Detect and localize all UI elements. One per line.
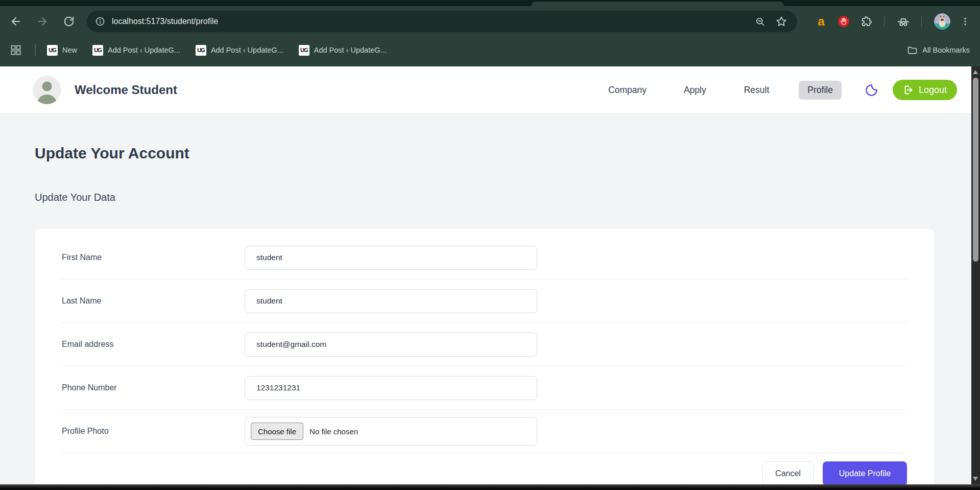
phone-number-input[interactable] — [245, 376, 537, 400]
nav-profile[interactable]: Profile — [799, 81, 842, 100]
page-scrollbar[interactable] — [971, 66, 980, 484]
person-silhouette-icon — [33, 76, 61, 104]
reload-icon — [63, 16, 75, 27]
amazon-icon: a — [818, 15, 824, 28]
page-viewport: Welcome Student CompanyApplyResultProfil… — [0, 66, 980, 490]
url-text[interactable]: localhost:5173/student/profile — [112, 17, 752, 26]
nav-company[interactable]: Company — [608, 85, 647, 96]
bookmark-item[interactable]: UG Add Post ‹ UpdateG... — [196, 45, 283, 56]
user-avatar — [33, 76, 61, 104]
browser-menu-button[interactable] — [958, 14, 973, 29]
email-address-row: Email address — [62, 323, 907, 366]
reload-button[interactable] — [61, 14, 77, 29]
theme-toggle-button[interactable] — [864, 82, 879, 98]
bookmark-favicon: UG — [92, 45, 103, 56]
all-bookmarks-button[interactable]: All Bookmarks — [907, 37, 970, 63]
bookmark-star-button[interactable] — [774, 14, 789, 29]
browser-toolbar: localhost:5173/student/profile a — [0, 6, 980, 37]
bookmark-label: Add Post ‹ UpdateG... — [211, 46, 283, 54]
extensions-area: a — [806, 13, 973, 30]
first-name-label: First Name — [62, 253, 245, 262]
last-name-label: Last Name — [62, 296, 245, 306]
all-bookmarks-label: All Bookmarks — [922, 46, 970, 54]
browser-tabstrip — [0, 0, 980, 6]
phone-number-label: Phone Number — [62, 383, 245, 392]
main-nav: CompanyApplyResultProfile Logout — [608, 80, 957, 100]
moon-icon — [865, 83, 878, 97]
profile-photo-file-input[interactable]: Choose fileNo file chosen — [245, 417, 537, 446]
bookmark-item[interactable]: UG New — [47, 45, 77, 56]
phone-number-row: Phone Number — [62, 366, 907, 410]
back-icon — [10, 15, 22, 28]
bookmark-item[interactable]: UG Add Post ‹ UpdateG... — [299, 45, 387, 56]
star-icon — [776, 16, 787, 27]
page-title: Update Your Account — [35, 145, 980, 162]
address-bar[interactable]: localhost:5173/student/profile — [87, 11, 797, 32]
bookmarks-separator — [35, 44, 36, 56]
logout-button[interactable]: Logout — [893, 80, 957, 100]
first-name-input[interactable] — [245, 246, 537, 270]
amazon-extension-button[interactable]: a — [814, 14, 829, 29]
back-button[interactable] — [8, 14, 23, 29]
cat-avatar-icon — [934, 13, 950, 30]
welcome-title: Welcome Student — [75, 83, 177, 97]
bookmark-label: Add Post ‹ UpdateG... — [314, 46, 387, 54]
folder-icon — [907, 45, 918, 56]
site-info-icon[interactable] — [95, 16, 105, 27]
window-bottom-edge — [0, 484, 980, 490]
bookmark-favicon: UG — [299, 45, 309, 56]
extensions-button[interactable] — [858, 14, 874, 29]
update-profile-button[interactable]: Update Profile — [823, 461, 907, 486]
bookmarks-bar: UG New UG Add Post ‹ UpdateG... UG Add P… — [0, 37, 980, 66]
site-header: Welcome Student CompanyApplyResultProfil… — [0, 66, 980, 114]
toolbar-separator-2 — [921, 16, 922, 27]
bookmarks-list: UG New UG Add Post ‹ UpdateG... UG Add P… — [47, 45, 402, 56]
forward-button[interactable] — [35, 14, 50, 29]
choose-file-button[interactable]: Choose file — [251, 423, 303, 440]
active-tab-edge[interactable] — [531, 2, 784, 6]
nav-result[interactable]: Result — [744, 85, 770, 96]
incognito-button[interactable] — [896, 14, 911, 29]
bookmark-label: New — [62, 46, 77, 54]
logout-label: Logout — [919, 85, 947, 96]
bookmark-favicon: UG — [47, 45, 58, 56]
kebab-menu-icon — [960, 16, 970, 27]
profile-form-card: First NameLast NameEmail addressPhone Nu… — [35, 229, 934, 490]
adblock-extension-button[interactable] — [836, 14, 851, 29]
bookmark-favicon: UG — [196, 45, 206, 56]
profile-photo-row: Profile PhotoChoose fileNo file chosen — [62, 410, 907, 453]
scrollbar-up-arrow[interactable] — [973, 70, 978, 74]
file-status-text: No file chosen — [309, 427, 358, 436]
last-name-row: Last Name — [62, 279, 907, 323]
last-name-input[interactable] — [245, 289, 537, 313]
extensions-puzzle-icon — [860, 15, 872, 28]
adblock-hand-icon — [838, 15, 850, 28]
side-panel-button[interactable] — [8, 42, 23, 58]
logout-icon — [903, 84, 914, 96]
scrollbar-down-arrow[interactable] — [973, 477, 978, 481]
profile-photo-label: Profile Photo — [62, 427, 245, 436]
main-content: Update Your Account Update Your Data Fir… — [0, 145, 980, 490]
scrollbar-thumb[interactable] — [973, 78, 978, 262]
page-subtitle: Update Your Data — [35, 192, 980, 203]
forward-icon — [36, 15, 49, 28]
zoom-button[interactable] — [752, 14, 768, 29]
email-address-label: Email address — [62, 340, 245, 349]
cancel-button[interactable]: Cancel — [762, 461, 814, 486]
browser-profile-avatar[interactable] — [934, 13, 950, 30]
first-name-row: First Name — [62, 236, 907, 279]
zoom-out-icon — [755, 16, 766, 27]
toolbar-separator — [884, 16, 885, 27]
nav-apply[interactable]: Apply — [684, 85, 706, 96]
email-address-input[interactable] — [245, 333, 537, 357]
apps-grid-icon — [10, 44, 22, 56]
incognito-icon — [897, 15, 910, 28]
bookmark-item[interactable]: UG Add Post ‹ UpdateG... — [92, 45, 180, 56]
bookmark-label: Add Post ‹ UpdateG... — [108, 46, 180, 54]
